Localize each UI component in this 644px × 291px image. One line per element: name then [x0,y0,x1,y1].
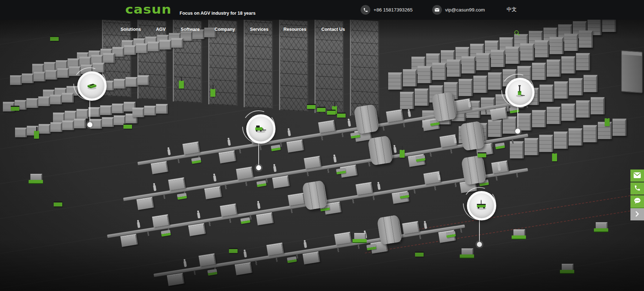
container-stack [547,107,561,124]
pallet-stack [100,105,112,115]
machine-drum [461,155,487,185]
agv-cart [495,143,505,149]
pallet-stack [45,70,57,80]
pallet-stack [62,93,74,102]
agv-base [460,254,474,258]
container-stack [583,125,597,142]
pallet-stack [171,38,183,48]
container-stack [491,50,505,67]
workstation [219,150,236,163]
pallet-stack [15,128,27,137]
agv-base [29,180,43,184]
collapse-panel-button[interactable] [630,208,644,220]
forklift-agv [210,89,215,97]
worker-figure [257,202,261,209]
container-stack [388,72,402,90]
pallet-stack [50,122,62,132]
workstation [136,197,154,210]
agv-robot [123,124,132,129]
pallet-stack [38,96,50,106]
container-stack [576,100,590,118]
hotspot-anchor-dot [477,242,482,247]
agv-robot [415,252,424,257]
container-stack [591,97,605,114]
worker-figure [184,261,187,267]
hotspot-anchor-dot [87,122,92,127]
workstation [256,212,274,225]
worker-figure [228,139,231,146]
workstation [151,161,168,174]
agv-cart [161,230,171,237]
worker-figure [288,130,291,136]
container-stack [539,135,553,152]
nav-item-company[interactable]: Company [215,27,235,32]
nav-item-solutions[interactable]: Solutions [121,27,141,32]
worker-figure [437,174,441,181]
agv-robot [229,248,238,253]
machine-drum [302,180,328,210]
worker-figure [137,221,141,228]
nav-item-resources[interactable]: Resources [283,27,306,32]
stacker-agv-icon [512,84,528,101]
container-stack [561,104,575,121]
workstation [167,273,184,286]
nav-item-contact-us[interactable]: Contact Us [321,27,345,32]
agv-robot [54,201,62,206]
chat-icon [634,197,641,205]
machine-drum [353,104,380,134]
header-email-address[interactable]: vip@casun99.com [445,7,485,13]
container-stack [554,81,568,99]
workstation [287,139,304,153]
forklift-agv [400,150,405,158]
envelope-icon [633,172,641,180]
workstation [272,175,290,189]
container-stack [561,56,575,73]
phone-action-button[interactable] [630,182,644,195]
container-stack [459,79,473,96]
language-toggle[interactable]: 中文 [507,6,517,13]
pallet-stack [102,117,114,127]
hotspot-disc [246,114,275,144]
phone-icon [361,5,370,15]
agv-cart [177,193,187,200]
agv-cart [287,256,297,263]
agv-robot [327,110,336,115]
hotspot-disc [505,78,535,107]
agv-cart [257,180,267,187]
agv-with-load [352,234,367,243]
floating-action-column [630,170,644,220]
workstation [303,251,320,264]
pallet-stack [10,75,22,85]
pallet-stack [77,109,88,119]
worker-figure [408,111,411,117]
forklift-agv [552,153,557,161]
envelope-icon [432,5,442,15]
chat-action-button[interactable] [630,195,644,207]
worker-figure [153,185,157,191]
container-stack [540,85,553,102]
header-email-group: vip@casun99.com [432,5,485,15]
nav-item-software[interactable]: Software [181,27,200,32]
container-stack [532,110,546,127]
pallet-stack [26,98,38,108]
worker-figure [244,251,247,258]
agv-base [594,228,608,232]
pallet-stack [39,124,50,134]
container-stack [547,59,561,77]
nav-item-agv[interactable]: AGV [156,27,166,32]
header-phone-number[interactable]: +86 15817393265 [374,7,413,13]
nav-item-services[interactable]: Services [250,27,268,32]
container-stack [488,120,502,137]
pallet-stack [148,42,160,51]
pallet-stack [103,53,115,63]
container-stack [520,43,534,61]
search-icon[interactable] [514,30,520,38]
worker-figure [167,149,171,155]
container-stack [517,113,531,130]
agv-with-load [29,175,43,184]
casun-logo[interactable]: casun [125,3,171,16]
container-stack [462,56,475,73]
forklift-agv [605,118,610,126]
email-action-button[interactable] [630,170,644,182]
hotspot-anchor-dot [256,165,261,170]
